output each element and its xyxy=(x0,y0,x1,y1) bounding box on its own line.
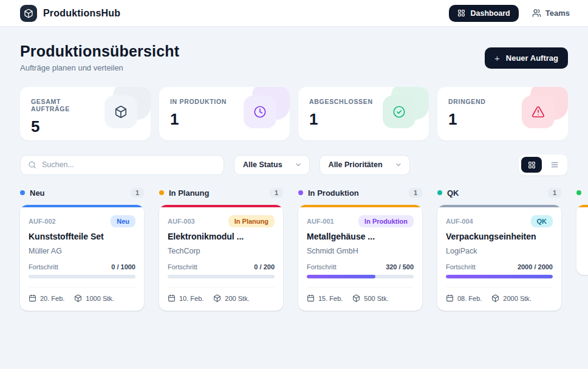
column-cards: AUF-002 Neu Kunststoffteile Set Müller A… xyxy=(20,205,144,311)
progress-label: Fortschritt xyxy=(307,263,337,271)
order-card[interactable]: Fortschritt xyxy=(576,205,588,275)
app-logo-package-icon xyxy=(20,5,37,22)
kanban-column: QK 1 AUF-004 QK Verpackungseinheiten Log… xyxy=(437,187,561,311)
column-status-dot xyxy=(298,190,303,195)
status-badge: Neu xyxy=(111,215,135,227)
package-icon xyxy=(104,95,137,128)
status-filter-value: Alle Status xyxy=(243,160,282,169)
stat-value: 1 xyxy=(309,110,373,129)
order-id: AUF-001 xyxy=(307,218,334,225)
stat-value: 1 xyxy=(170,110,227,129)
nav-dashboard-label: Dashboard xyxy=(470,9,510,18)
column-name: QK xyxy=(447,188,543,198)
kanban-column: Neu 1 AUF-002 Neu Kunststoffteile Set Mü… xyxy=(20,187,144,311)
calendar-icon xyxy=(307,294,315,302)
column-status-dot xyxy=(159,190,164,195)
progress-value: 320 / 500 xyxy=(386,263,414,271)
card-footer: 10. Feb. 200 Stk. xyxy=(168,294,275,302)
check-circle-icon xyxy=(383,95,415,128)
package-icon xyxy=(213,294,221,302)
card-footer: 08. Feb. 2000 Stk. xyxy=(446,294,553,302)
nav-dashboard-button[interactable]: Dashboard xyxy=(449,5,518,22)
main-content: Produktionsübersicht Aufträge planen und… xyxy=(0,27,588,311)
order-title: Verpackungseinheiten xyxy=(446,232,553,241)
column-status-dot xyxy=(20,190,25,195)
stat-text: DRINGEND 1 xyxy=(448,98,486,131)
calendar-icon xyxy=(446,294,454,302)
order-title: Elektronikmodul ... xyxy=(168,232,275,241)
users-icon xyxy=(532,9,541,18)
quantity-label: 200 Stk. xyxy=(225,295,249,302)
column-cards: Fortschritt xyxy=(576,205,588,275)
stat-card: IN PRODUKTION 1 xyxy=(159,87,290,140)
due-date: 08. Feb. xyxy=(446,294,482,302)
order-client: TechCorp xyxy=(168,247,275,255)
list-view-button[interactable] xyxy=(544,157,565,173)
progress-fill xyxy=(307,275,375,278)
progress-track xyxy=(168,275,275,278)
priority-filter-select[interactable]: Alle Prioritäten xyxy=(320,155,410,175)
page-header: Produktionsübersicht Aufträge planen und… xyxy=(20,43,568,72)
page-subtitle: Aufträge planen und verteilen xyxy=(20,63,179,72)
stat-card: DRINGEND 1 xyxy=(437,87,568,140)
brand-name: ProduktionsHub xyxy=(43,8,120,19)
stat-text: GESAMT AUFTRÄGE 5 xyxy=(31,98,100,131)
order-card[interactable]: AUF-001 In Produktion Metallgehäuse ... … xyxy=(298,205,422,311)
column-cards: AUF-003 In Planung Elektronikmodul ... T… xyxy=(159,205,283,311)
page-header-text: Produktionsübersicht Aufträge planen und… xyxy=(20,43,179,72)
progress-label: Fortschritt xyxy=(29,263,58,271)
card-top-row: AUF-004 QK xyxy=(446,215,553,227)
brand: ProduktionsHub xyxy=(20,5,120,22)
column-name: Neu xyxy=(30,188,126,198)
order-client: Schmidt GmbH xyxy=(307,247,414,255)
stat-card: GESAMT AUFTRÄGE 5 xyxy=(20,87,151,140)
column-cards: AUF-004 QK Verpackungseinheiten LogiPack… xyxy=(437,205,561,311)
column-status-dot xyxy=(437,190,442,195)
card-body: AUF-003 In Planung Elektronikmodul ... T… xyxy=(159,207,283,311)
card-divider xyxy=(446,287,553,288)
nav-teams-button[interactable]: Teams xyxy=(527,5,575,21)
column-header: QK 1 xyxy=(437,187,561,199)
stat-text: IN PRODUKTION 1 xyxy=(170,98,227,131)
column-header: Neu 1 xyxy=(20,187,144,199)
quantity-label: 1000 Stk. xyxy=(86,295,114,302)
order-card[interactable]: AUF-004 QK Verpackungseinheiten LogiPack… xyxy=(437,205,561,311)
column-header: In Planung 1 xyxy=(159,187,283,199)
search-box xyxy=(20,155,224,175)
grid-icon xyxy=(528,161,536,169)
due-date-label: 10. Feb. xyxy=(179,295,203,302)
column-count-badge: 1 xyxy=(270,188,283,198)
quantity: 200 Stk. xyxy=(213,294,249,302)
quantity-label: 500 Stk. xyxy=(364,295,388,302)
status-filter-select[interactable]: Alle Status xyxy=(234,155,310,175)
package-icon xyxy=(74,294,82,302)
status-badge: QK xyxy=(531,215,553,227)
due-date-label: 08. Feb. xyxy=(457,295,482,302)
alert-triangle-icon xyxy=(522,95,555,128)
grid-view-button[interactable] xyxy=(521,157,542,173)
status-badge: In Planung xyxy=(228,215,275,227)
order-card[interactable]: AUF-002 Neu Kunststoffteile Set Müller A… xyxy=(20,205,144,311)
page-title: Produktionsübersicht xyxy=(20,43,179,60)
progress-track xyxy=(29,275,135,278)
search-input[interactable] xyxy=(42,160,216,169)
package-icon xyxy=(352,294,360,302)
card-top-row: AUF-002 Neu xyxy=(29,215,135,227)
calendar-icon xyxy=(168,294,176,302)
stat-label: DRINGEND xyxy=(448,98,486,105)
progress-track xyxy=(307,275,414,278)
progress-value: 0 / 1000 xyxy=(111,263,135,271)
order-client: Müller AG xyxy=(29,247,135,255)
top-nav: ProduktionsHub Dashboard Teams xyxy=(0,0,588,27)
column-status-dot xyxy=(576,190,581,195)
stat-icon-area xyxy=(378,98,418,131)
due-date-label: 15. Feb. xyxy=(318,295,343,302)
kanban-column: In Produktion 1 AUF-001 In Produktion Me… xyxy=(298,187,422,311)
due-date: 20. Feb. xyxy=(29,294,64,302)
progress-label: Fortschritt xyxy=(168,263,197,271)
card-footer: 20. Feb. 1000 Stk. xyxy=(29,294,135,302)
plus-icon: + xyxy=(494,53,500,63)
order-card[interactable]: AUF-003 In Planung Elektronikmodul ... T… xyxy=(159,205,283,311)
status-badge: In Produktion xyxy=(358,215,414,227)
new-order-button[interactable]: + Neuer Auftrag xyxy=(485,47,568,69)
